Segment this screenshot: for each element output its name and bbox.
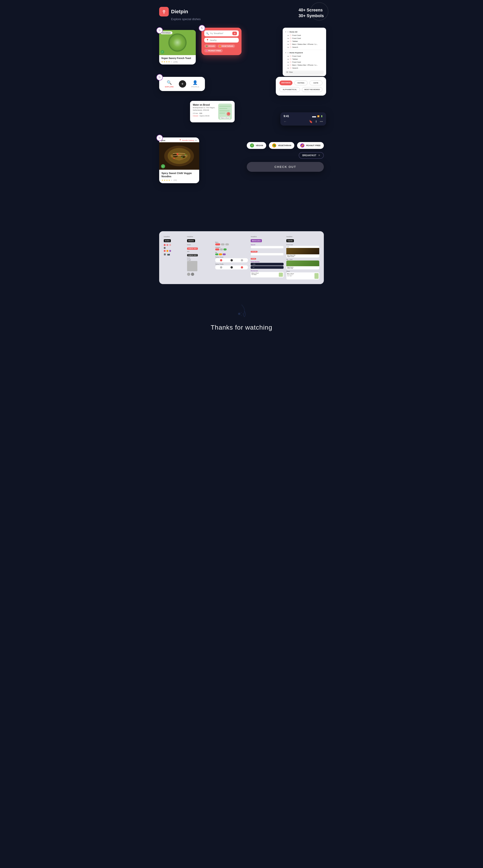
mol-detail-navbar: ← 9:41	[251, 263, 284, 266]
tree-item-bars-2[interactable]: ▶ ⬡ Bars / Status Bar / iPhone / Li...	[285, 64, 324, 67]
tag-peanut[interactable]: PEANUT FREE	[204, 49, 223, 52]
refresh-btn-3[interactable]: ↻	[156, 74, 163, 81]
icons-symbols-row: ▦ 📷	[164, 253, 184, 255]
noodle-more-icon[interactable]: •••	[195, 139, 197, 142]
atom-btn-checkout2[interactable]: CHECK OUT	[187, 254, 198, 256]
peanut-tag-icon: 🥜	[300, 144, 304, 148]
atom-btn-checkout[interactable]: CHECK OUT	[187, 247, 198, 250]
more-icon[interactable]: •••	[320, 120, 323, 123]
tree-item-tabbar-1[interactable]: ▶ ⬡ Tabbar	[285, 40, 324, 43]
card-place-label: Place	[286, 271, 319, 272]
breakfast-close-icon[interactable]: ✕	[318, 154, 320, 157]
category-chip-inactive1	[220, 248, 223, 250]
breakfast-tag[interactable]: BREAKFAST ✕	[299, 152, 324, 159]
nearby-box[interactable]: 📍 Nearby	[204, 38, 239, 42]
bookmark-icon[interactable]: 🔖	[309, 120, 313, 123]
svg-point-6	[173, 38, 182, 46]
pill-alphabetical[interactable]: ALPHABETICAL	[280, 87, 300, 92]
place-addr-preview: Beatrijsstraat 12...	[287, 275, 314, 275]
diet-tags-row: 🌱 VEGAN 🥦 VEGETARIAN 🥜 PEANUT FREE	[247, 142, 324, 149]
pill-most-reviewed[interactable]: MOST REVIEWED	[302, 87, 322, 92]
icon-dot-red3	[169, 244, 171, 246]
diet-tag-peanut[interactable]: 🥜 PEANUT FREE	[297, 142, 324, 149]
mol-restaurant-map	[279, 273, 283, 277]
tree-item-search-1[interactable]: ▶ ⬡ Search	[285, 46, 324, 49]
atom-filters-label: filters	[215, 242, 248, 243]
diet-tag-vegan[interactable]: 🌱 VEGAN	[247, 142, 266, 149]
vegan-savory-stars: ★★★★★ (148)	[161, 61, 194, 63]
tree-component-icon: ⬡	[290, 43, 291, 45]
tree-item-tabbar-2[interactable]: ▶ ⬡ Tabbar	[285, 58, 324, 61]
search-box[interactable]: 🔍 Try "Breakfast" ⊞	[204, 30, 239, 36]
tag-vegetarian[interactable]: VEGETARIAN	[218, 44, 235, 48]
refresh-btn-4[interactable]: ↻	[156, 135, 163, 141]
diet-tag-vegetarian[interactable]: 🥦 VEGETARIAN	[269, 142, 294, 149]
peanut-tag-label: PEANUT FREE	[306, 144, 321, 147]
tree-item-food-card-2[interactable]: ▶ ⬡ Food Card	[285, 37, 324, 40]
tabbar-explore[interactable]: 🔍 EXPLORE	[165, 80, 173, 88]
mol-restaurant-text: Water en BroodThe Hague...	[251, 273, 278, 277]
tree-item-food-card-4[interactable]: ▶ ⬡ Food Card	[285, 61, 324, 64]
restaurant-map: 📍 Water en Brood	[218, 103, 232, 120]
noodle-location-icon: 📍	[179, 139, 181, 141]
svg-point-7	[173, 39, 175, 42]
noodle-image-container: ✓	[159, 142, 199, 170]
atom-category-label: category	[215, 247, 248, 248]
atom-avatar-row	[187, 273, 213, 276]
atom-avatar1	[187, 273, 190, 276]
refresh-btn-1[interactable]: ↻	[156, 27, 163, 34]
mol-search-btn2: FILTER	[251, 258, 256, 259]
tree-item-search-2[interactable]: ▶ ⬡ Search	[285, 67, 324, 69]
noodle-body: Spicy Sweet Chilli Veggie Noodles ★★★★★ …	[159, 170, 199, 183]
design-column-molecules: headline Molecules Search EXPLORE FILTER…	[251, 236, 284, 279]
thanks-text: Thanks for watching	[159, 324, 324, 331]
pill-date[interactable]: DATE	[310, 81, 322, 85]
pill-rating[interactable]: RATING	[294, 81, 308, 85]
tree-component-icon: ⬡	[290, 46, 291, 48]
card-me-title: Vegan SavoryFrench Toast	[286, 266, 319, 270]
icon-dot-red2	[166, 244, 168, 246]
tag-chip-2	[219, 253, 222, 255]
vegetarian-tag-icon: 🥦	[272, 144, 276, 148]
tree-arrow: ▶	[288, 34, 289, 36]
tag-chip-1	[215, 253, 218, 255]
svg-point-22	[176, 153, 179, 155]
atom-category-chips	[215, 248, 248, 250]
tree-sidebar-card: ▼ □ Home All ▶ ⬡ Food Card ▶ ⬡ Food Card…	[283, 28, 326, 76]
mol-navbar-text2: ← •••	[252, 267, 254, 268]
share-icon[interactable]: ⬆	[315, 120, 317, 123]
tree-divider	[285, 50, 324, 50]
checkout-button[interactable]: CHECK OUT	[247, 162, 324, 172]
design-column-atoms2: filters category tag	[215, 236, 248, 279]
tree-arrow-2: ▼	[285, 52, 287, 54]
noodle-stars: ★★★★★ (12)	[161, 179, 197, 181]
mol-restaurant-preview: Water en BroodThe Hague...	[251, 272, 284, 277]
tabbar-icon-inactive	[241, 259, 243, 261]
browser-back-icon[interactable]: ←	[284, 120, 287, 123]
tree-component-icon: ⬡	[290, 58, 291, 60]
place-map-preview	[315, 273, 319, 279]
tag-vegan[interactable]: VEGAN	[204, 44, 216, 48]
tree-item-food-card-3[interactable]: ▶ ⬡ Food Card	[285, 55, 324, 58]
browser-status-icons: ▄▄▄ 📶 🔋	[312, 115, 323, 117]
pill-distance[interactable]: DISTANCE	[280, 81, 292, 85]
search-tags: VEGAN VEGETARIAN PEANUT FREE	[204, 44, 239, 52]
tabbar-add-btn[interactable]: +	[179, 80, 186, 88]
tree-component-icon: ⬡	[290, 55, 291, 57]
tree-item-food-card-1[interactable]: ▶ ⬡ Food Card	[285, 34, 324, 37]
search-submit-btn[interactable]: ⊞	[232, 32, 237, 35]
svg-point-9	[175, 43, 178, 46]
tabbar-profile[interactable]: 👤 PROFILE	[191, 80, 199, 88]
wifi-icon: 📶	[317, 115, 320, 117]
search-icon: 🔍	[206, 32, 209, 35]
svg-point-1	[163, 11, 165, 12]
design-system-panel: headline Icons ▦ 📷	[159, 231, 324, 284]
filter-icon: ⚙	[286, 71, 288, 73]
filter-btn[interactable]: ⚙ Filter	[285, 70, 324, 74]
tree-arrow: ▶	[288, 58, 289, 60]
refresh-btn-2[interactable]: ↻	[199, 25, 205, 31]
explore-icon: 🔍	[167, 80, 172, 85]
tree-item-bars-1[interactable]: ▶ ⬡ Bars / Status Bar / iPhone / Li...	[285, 43, 324, 46]
atom-tag-chips	[215, 253, 248, 255]
breakfast-label: BREAKFAST	[302, 154, 316, 157]
